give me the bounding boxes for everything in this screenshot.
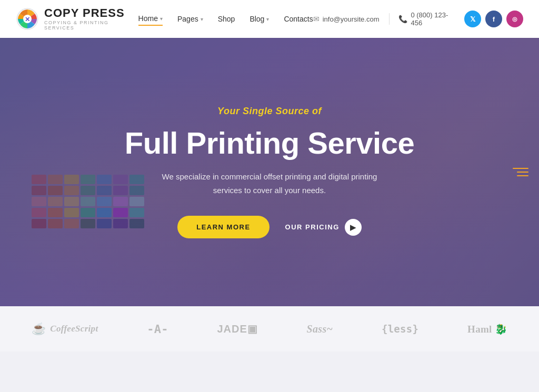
logo-title: COPY PRESS	[44, 7, 138, 19]
learn-more-button[interactable]: LEARN MORE	[177, 216, 269, 238]
logo-icon: ✕	[16, 7, 39, 31]
pricing-arrow-icon: ▶	[345, 219, 362, 236]
chevron-down-icon: ▾	[266, 16, 269, 22]
brand-less[interactable]: {less}	[382, 323, 418, 335]
hamburger-menu-side[interactable]	[513, 168, 528, 176]
header-divider	[389, 13, 390, 25]
nav-shop[interactable]: Shop	[218, 13, 235, 25]
hamburger-line-2	[517, 172, 528, 173]
brand-sass[interactable]: Sass~	[307, 323, 333, 335]
hamburger-line-3	[517, 175, 528, 176]
hero-subtitle: Your Single Source of	[125, 106, 414, 117]
phone-contact: 📞 0 (800) 123-456	[398, 11, 455, 27]
hero-description: We specialize in commercial offset print…	[159, 170, 380, 197]
chevron-down-icon: ▾	[201, 16, 203, 22]
logo-subtitle: COPYING & PRINTING SERVICES	[44, 20, 138, 31]
nav-contacts[interactable]: Contacts	[284, 13, 313, 25]
instagram-button[interactable]: ◎	[506, 11, 523, 27]
svg-text:✕: ✕	[25, 16, 30, 23]
nav-home[interactable]: Home ▾	[138, 12, 163, 26]
site-header: ✕ COPY PRESS COPYING & PRINTING SERVICES…	[0, 0, 539, 38]
email-contact: ✉ info@yoursite.com	[313, 15, 380, 23]
twitter-button[interactable]: 𝕏	[464, 11, 481, 27]
hero-title: Full Printing Service	[125, 126, 414, 160]
brand-jade[interactable]: JADE▣	[217, 323, 258, 335]
hero-section: Your Single Source of Full Printing Serv…	[0, 38, 539, 306]
email-icon: ✉	[313, 15, 320, 23]
nav-blog[interactable]: Blog ▾	[249, 13, 269, 25]
social-icons-group: 𝕏 f ◎	[464, 11, 523, 27]
logo-area[interactable]: ✕ COPY PRESS COPYING & PRINTING SERVICES	[16, 7, 138, 31]
brand-coffeescript[interactable]: ☕ CoffeeScript	[32, 322, 98, 336]
main-nav: Home ▾ Pages ▾ Shop Blog ▾ Contacts	[138, 12, 313, 26]
logo-text: COPY PRESS COPYING & PRINTING SERVICES	[44, 7, 138, 31]
facebook-icon: f	[493, 15, 495, 23]
nav-pages[interactable]: Pages ▾	[177, 13, 203, 25]
brand-angular[interactable]: -A-	[147, 323, 168, 336]
hero-actions: LEARN MORE OUR PRICING ▶	[125, 216, 414, 238]
pricing-label: OUR PRICING	[285, 223, 340, 231]
chevron-down-icon: ▾	[160, 16, 163, 22]
email-text: info@yoursite.com	[323, 15, 380, 23]
coffeescript-icon: ☕	[32, 322, 46, 336]
brand-haml[interactable]: Haml 🐉	[467, 323, 507, 335]
phone-text: 0 (800) 123-456	[411, 11, 455, 27]
logos-bar: ☕ CoffeeScript -A- JADE▣ Sass~ {less} Ha…	[0, 306, 539, 351]
phone-icon: 📞	[398, 15, 407, 23]
pricing-button[interactable]: OUR PRICING ▶	[285, 219, 362, 236]
facebook-button[interactable]: f	[485, 11, 502, 27]
twitter-icon: 𝕏	[470, 15, 475, 23]
hamburger-line-1	[513, 168, 528, 169]
instagram-icon: ◎	[512, 16, 517, 23]
header-right: ✉ info@yoursite.com 📞 0 (800) 123-456 𝕏 …	[313, 11, 523, 27]
hero-content: Your Single Source of Full Printing Serv…	[114, 106, 425, 239]
